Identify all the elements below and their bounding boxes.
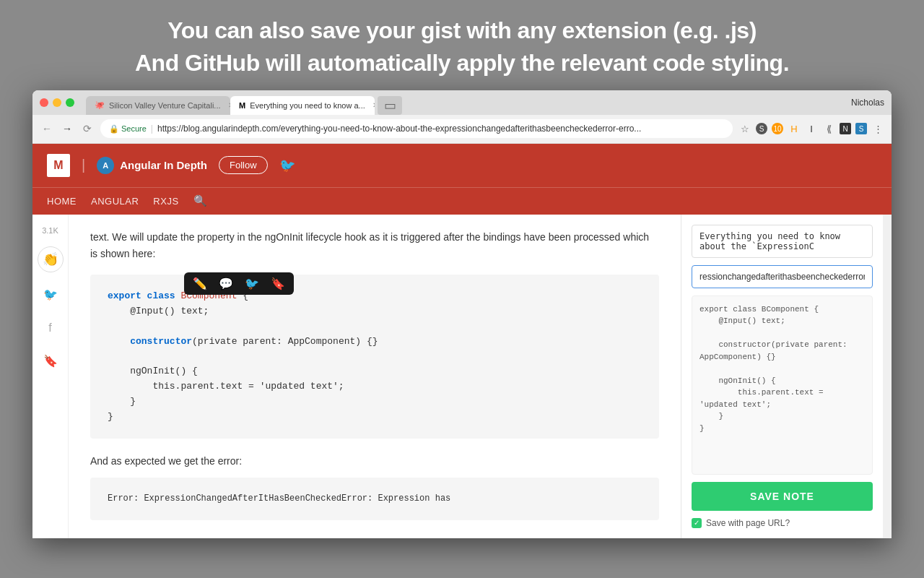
follow-button[interactable]: Follow bbox=[219, 156, 268, 174]
publication-name: A Angular In Depth bbox=[97, 157, 207, 174]
save-note-button[interactable]: SAVE NOTE bbox=[692, 482, 873, 511]
save-url-label: Save with page URL? bbox=[706, 518, 790, 528]
user-name: Nicholas bbox=[851, 98, 884, 108]
article-bottom-text: And as expected we get the error: bbox=[90, 453, 659, 470]
note-code-preview: export class BComponent { @Input() text;… bbox=[692, 296, 873, 475]
header-divider: | bbox=[82, 157, 85, 173]
code-line-7: } bbox=[108, 411, 113, 422]
ft-twitter-icon[interactable]: 🐦 bbox=[245, 277, 259, 290]
page-content: M | A Angular In Depth Follow 🐦 HOME ANG… bbox=[32, 144, 892, 538]
save-url-row: ✓ Save with page URL? bbox=[692, 518, 873, 528]
github-tab-icon: 🐙 bbox=[95, 100, 105, 110]
note-code-line-9: } bbox=[699, 423, 865, 435]
ft-pencil-icon[interactable]: ✏️ bbox=[193, 277, 207, 290]
close-button[interactable] bbox=[40, 98, 48, 107]
tab-2-label: Everything you need to know a... bbox=[250, 101, 365, 110]
browser-toolbar-icons: ☆ S 10 H I ⟪ N S ⋮ bbox=[738, 122, 884, 135]
note-title-input[interactable] bbox=[692, 225, 873, 258]
tab-1[interactable]: 🐙 Silicon Valley Venture Capitali... ✕ bbox=[86, 96, 230, 115]
bookmark-star-icon[interactable]: ☆ bbox=[738, 122, 751, 135]
twitter-icon[interactable]: 🐦 bbox=[279, 158, 295, 173]
nav-rxjs[interactable]: RXJS bbox=[153, 196, 178, 207]
save-url-checkbox[interactable]: ✓ bbox=[692, 518, 702, 528]
extension-icon-3[interactable]: H bbox=[788, 122, 801, 135]
twitter-share-button[interactable]: 🐦 bbox=[40, 284, 61, 306]
facebook-share-button[interactable]: f bbox=[40, 317, 61, 339]
clap-count: 3.1K bbox=[42, 226, 58, 235]
extension-icon-1[interactable]: S bbox=[756, 123, 767, 134]
minimize-button[interactable] bbox=[53, 98, 61, 107]
extension-icon-5[interactable]: ⟪ bbox=[822, 122, 835, 135]
note-code-line-6: ngOnInit() { bbox=[699, 375, 865, 387]
code-line-5: this.parent.text = 'updated text'; bbox=[108, 381, 344, 392]
note-code-line-5 bbox=[699, 363, 865, 375]
code-line-3: constructor(private parent: AppComponent… bbox=[108, 336, 378, 347]
error-text: Error: ExpressionChangedAfterItHasBeenCh… bbox=[108, 493, 450, 504]
note-code-line-8: } bbox=[699, 410, 865, 423]
bookmark-button[interactable]: 🔖 bbox=[40, 350, 61, 372]
clap-button[interactable]: 👏 bbox=[38, 246, 64, 272]
code-line-6: } bbox=[108, 396, 136, 407]
extension-icon-7[interactable]: S bbox=[855, 123, 867, 134]
code-line-2: @Input() text; bbox=[108, 306, 209, 316]
note-code-line-4: constructor(private parent: AppComponent… bbox=[699, 339, 865, 363]
note-code-line-2: @Input() text; bbox=[699, 315, 865, 327]
article-body: ✏️ 💬 🐦 🔖 text. We will update the proper… bbox=[69, 215, 681, 538]
refresh-button[interactable]: ⟳ bbox=[80, 121, 95, 136]
tab-1-label: Silicon Valley Venture Capitali... bbox=[109, 101, 221, 110]
browser-window: 🐙 Silicon Valley Venture Capitali... ✕ M… bbox=[32, 90, 892, 538]
nav-home[interactable]: HOME bbox=[47, 196, 77, 207]
tabs-area: 🐙 Silicon Valley Venture Capitali... ✕ M… bbox=[86, 90, 845, 115]
scrollbar[interactable] bbox=[883, 215, 892, 538]
code-line-4: ngOnInit() { bbox=[108, 366, 198, 376]
lock-icon: 🔒 bbox=[109, 124, 119, 134]
note-code-line-3 bbox=[699, 327, 865, 340]
extension-icon-4[interactable]: I bbox=[805, 122, 818, 135]
annotation-line2: And GitHub will automatically apply the … bbox=[135, 50, 789, 76]
address-input[interactable]: 🔒 Secure | https://blog.angularindepth.c… bbox=[100, 119, 733, 138]
site-header: M | A Angular In Depth Follow 🐦 bbox=[32, 144, 892, 187]
secure-badge: 🔒 Secure bbox=[109, 124, 147, 134]
maximize-button[interactable] bbox=[66, 98, 74, 107]
back-button[interactable]: ← bbox=[40, 121, 54, 136]
note-code-line-7: this.parent.text = 'updated text'; bbox=[699, 387, 865, 410]
tab-2[interactable]: M Everything you need to know a... ✕ bbox=[230, 96, 375, 115]
annotation-line1: You can also save your gist with any ext… bbox=[167, 17, 757, 43]
ft-comment-icon[interactable]: 💬 bbox=[219, 277, 233, 290]
medium-logo: M bbox=[47, 154, 70, 177]
url-display[interactable]: https://blog.angularindepth.com/everythi… bbox=[157, 124, 724, 134]
new-tab-icon: ▭ bbox=[384, 98, 396, 113]
floating-toolbar: ✏️ 💬 🐦 🔖 bbox=[184, 272, 294, 295]
left-sidebar: 3.1K 👏 🐦 f 🔖 bbox=[32, 215, 69, 538]
address-bar: ← → ⟳ 🔒 Secure | https://blog.angularind… bbox=[32, 115, 892, 144]
medium-tab-icon: M bbox=[239, 101, 245, 110]
extension-icon-2[interactable]: 10 bbox=[772, 123, 783, 134]
note-code-line-1: export class BComponent { bbox=[699, 303, 865, 316]
article-area: 3.1K 👏 🐦 f 🔖 ✏️ 💬 🐦 🔖 text. We will upda… bbox=[32, 215, 892, 538]
new-tab-button[interactable]: ▭ bbox=[378, 96, 402, 115]
pub-icon: A bbox=[97, 157, 114, 174]
article-intro: text. We will update the property in the… bbox=[90, 229, 659, 264]
more-options-icon[interactable]: ⋮ bbox=[871, 122, 884, 135]
code-block: export class BComponent { @Input() text;… bbox=[90, 275, 659, 439]
annotation: You can also save your gist with any ext… bbox=[0, 0, 924, 90]
pub-name-label: Angular In Depth bbox=[120, 159, 207, 171]
tab-2-close[interactable]: ✕ bbox=[372, 101, 375, 109]
forward-button[interactable]: → bbox=[60, 121, 74, 136]
browser-titlebar: 🐙 Silicon Valley Venture Capitali... ✕ M… bbox=[32, 90, 892, 115]
note-panel: export class BComponent { @Input() text;… bbox=[681, 215, 883, 538]
site-nav: HOME ANGULAR RXJS 🔍 bbox=[32, 187, 892, 215]
code-block-error: Error: ExpressionChangedAfterItHasBeenCh… bbox=[90, 478, 659, 520]
note-url-input[interactable] bbox=[692, 265, 873, 288]
search-icon[interactable]: 🔍 bbox=[193, 194, 207, 207]
traffic-lights bbox=[40, 98, 74, 107]
nav-angular[interactable]: ANGULAR bbox=[91, 196, 139, 207]
ft-bookmark-icon[interactable]: 🔖 bbox=[271, 277, 285, 290]
extension-icon-6[interactable]: N bbox=[840, 123, 851, 134]
